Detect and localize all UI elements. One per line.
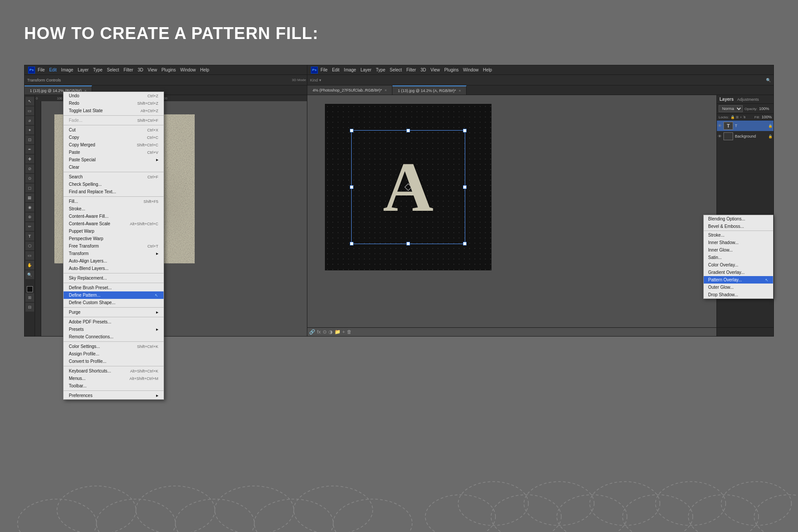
menu-select[interactable]: Select: [107, 67, 119, 72]
menu-keyboard-shortcuts[interactable]: Keyboard Shortcuts... Alt+Shift+Ctrl+K: [64, 367, 164, 375]
right-menu-layer[interactable]: Layer: [360, 67, 371, 72]
right-menu-plugins[interactable]: Plugins: [444, 67, 459, 72]
menu-image[interactable]: Image: [61, 67, 73, 72]
layer-fx-icon[interactable]: fx: [317, 329, 321, 335]
tool-gradient[interactable]: ▦: [25, 193, 34, 202]
tool-extra[interactable]: ⊞: [25, 293, 34, 302]
menu-content-aware-fill[interactable]: Content-Aware Fill...: [64, 213, 164, 220]
menu-fade[interactable]: Fade... Shift+Ctrl+F: [64, 117, 164, 124]
tool-wand[interactable]: ✦: [25, 126, 34, 135]
right-menu-file[interactable]: File: [321, 67, 328, 72]
menu-purge[interactable]: Purge: [64, 309, 164, 316]
menu-paste-special[interactable]: Paste Special: [64, 156, 164, 163]
tool-move[interactable]: ↖: [25, 97, 34, 106]
menu-assign-profile[interactable]: Assign Profile...: [64, 350, 164, 358]
layer-mask-icon[interactable]: ⊙: [323, 329, 327, 335]
tab-close-r1[interactable]: ×: [385, 88, 387, 92]
menu-plugins[interactable]: Plugins: [161, 67, 176, 72]
menu-perspective-warp[interactable]: Perspective Warp: [64, 235, 164, 242]
menu-toggle-last[interactable]: Toggle Last State Alt+Ctrl+Z: [64, 107, 164, 114]
right-menu-image[interactable]: Image: [344, 67, 356, 72]
tool-eraser[interactable]: ◻: [25, 184, 34, 192]
menu-3d[interactable]: 3D: [138, 67, 143, 72]
menu-remote-connections[interactable]: Remote Connections...: [64, 333, 164, 340]
layer-t-row[interactable]: 👁 T T 🔒: [717, 121, 773, 131]
tool-eyedropper[interactable]: ✒: [25, 145, 34, 154]
menu-view[interactable]: View: [148, 67, 157, 72]
menu-type[interactable]: Type: [93, 67, 103, 72]
tool-pen[interactable]: ✏: [25, 222, 34, 231]
layer-bg-row[interactable]: 👁 Background 🔒: [717, 131, 773, 142]
tool-blur[interactable]: ◉: [25, 203, 34, 212]
menu-color-settings[interactable]: Color Settings... Shift+Ctrl+K: [64, 343, 164, 350]
tool-hand[interactable]: ✋: [25, 261, 34, 270]
menu-find-replace[interactable]: Find and Replace Text...: [64, 188, 164, 195]
right-menu-view[interactable]: View: [431, 67, 440, 72]
tool-healing[interactable]: ✚: [25, 155, 34, 163]
menu-stroke[interactable]: Stroke...: [64, 205, 164, 213]
tool-path[interactable]: ⬡: [25, 241, 34, 250]
blend-mode-select[interactable]: Normal: [719, 105, 743, 112]
tool-crop[interactable]: ⊡: [25, 135, 34, 144]
menu-copy[interactable]: Copy Ctrl+C: [64, 134, 164, 141]
ls-bevel-emboss[interactable]: Bevel & Emboss...: [704, 223, 773, 230]
menu-define-shape[interactable]: Define Custom Shape...: [64, 299, 164, 306]
menu-toolbar[interactable]: Toolbar...: [64, 382, 164, 390]
menu-window[interactable]: Window: [180, 67, 196, 72]
tool-text[interactable]: T: [25, 232, 34, 241]
tool-zoom[interactable]: 🔍: [25, 270, 34, 279]
right-menu-help[interactable]: Help: [483, 67, 492, 72]
layer-folder-icon[interactable]: 📁: [335, 329, 341, 335]
right-menu-window[interactable]: Window: [463, 67, 479, 72]
ls-stroke[interactable]: Stroke...: [704, 231, 773, 239]
ls-outer-glow[interactable]: Outer Glow...: [704, 284, 773, 291]
menu-paste[interactable]: Paste Ctrl+V: [64, 149, 164, 156]
layer-link-icon[interactable]: 🔗: [309, 329, 315, 335]
tool-shape[interactable]: ▭: [25, 251, 34, 260]
menu-transform[interactable]: Transform: [64, 250, 164, 257]
menu-free-transform[interactable]: Free Transform Ctrl+T: [64, 242, 164, 250]
tool-marquee[interactable]: ▭: [25, 106, 34, 115]
menu-auto-align[interactable]: Auto-Align Layers...: [64, 257, 164, 265]
layer-delete-icon[interactable]: 🗑: [347, 329, 352, 335]
layer-add-icon[interactable]: +: [342, 329, 345, 335]
right-menu-filter[interactable]: Filter: [406, 67, 416, 72]
right-tab-2[interactable]: 1 (13).jpg @ 14.2% (A, RGB/8#)* ×: [392, 85, 467, 95]
menu-undo[interactable]: Undo Ctrl+Z: [64, 92, 164, 99]
tool-fg-color[interactable]: [27, 286, 33, 292]
tool-stamp[interactable]: ⊙: [25, 174, 34, 183]
ls-pattern-overlay[interactable]: Pattern Overlay... ↖: [704, 276, 773, 284]
menu-define-brush[interactable]: Define Brush Preset...: [64, 284, 164, 291]
menu-convert-profile[interactable]: Convert to Profile...: [64, 358, 164, 365]
right-menu-3d[interactable]: 3D: [420, 67, 426, 72]
tool-brush[interactable]: ⊘: [25, 164, 34, 173]
menu-layer[interactable]: Layer: [78, 67, 89, 72]
layer-visibility-t[interactable]: 👁: [718, 124, 722, 128]
menu-content-aware-scale[interactable]: Content-Aware Scale Alt+Shift+Ctrl+C: [64, 220, 164, 227]
ls-gradient-overlay[interactable]: Gradient Overlay...: [704, 269, 773, 276]
menu-search[interactable]: Search Ctrl+F: [64, 173, 164, 181]
menu-preferences[interactable]: Preferences: [64, 392, 164, 399]
menu-define-pattern[interactable]: Define Pattern... ↖: [64, 291, 164, 299]
tool-dodge[interactable]: ⊕: [25, 213, 34, 221]
layer-adjust-icon[interactable]: ◑: [328, 329, 333, 335]
menu-filter[interactable]: Filter: [124, 67, 133, 72]
menu-clear[interactable]: Clear: [64, 163, 164, 171]
menu-adobe-pdf[interactable]: Adobe PDF Presets...: [64, 318, 164, 326]
menu-menus[interactable]: Menus... Alt+Shift+Ctrl+M: [64, 375, 164, 382]
ls-satin[interactable]: Satin...: [704, 254, 773, 261]
ls-inner-shadow[interactable]: Inner Shadow...: [704, 239, 773, 246]
ls-inner-glow[interactable]: Inner Glow...: [704, 246, 773, 254]
tool-extra2[interactable]: ⊟: [25, 303, 34, 312]
right-tab-1[interactable]: 4% (Photoshop_27F5UfClab..RGB/8#)* ×: [307, 85, 392, 95]
menu-fill[interactable]: Fill... Shift+F5: [64, 198, 164, 205]
menu-puppet-warp[interactable]: Puppet Warp: [64, 227, 164, 235]
right-menu-select[interactable]: Select: [390, 67, 402, 72]
ls-color-overlay[interactable]: Color Overlay...: [704, 261, 773, 269]
menu-cut[interactable]: Cut Ctrl+X: [64, 126, 164, 134]
menu-redo[interactable]: Redo Shift+Ctrl+Z: [64, 99, 164, 107]
menu-edit[interactable]: Edit: [49, 67, 57, 72]
ls-blending-options[interactable]: Blending Options...: [704, 215, 773, 223]
menu-presets[interactable]: Presets: [64, 326, 164, 333]
ls-drop-shadow[interactable]: Drop Shadow...: [704, 291, 773, 298]
